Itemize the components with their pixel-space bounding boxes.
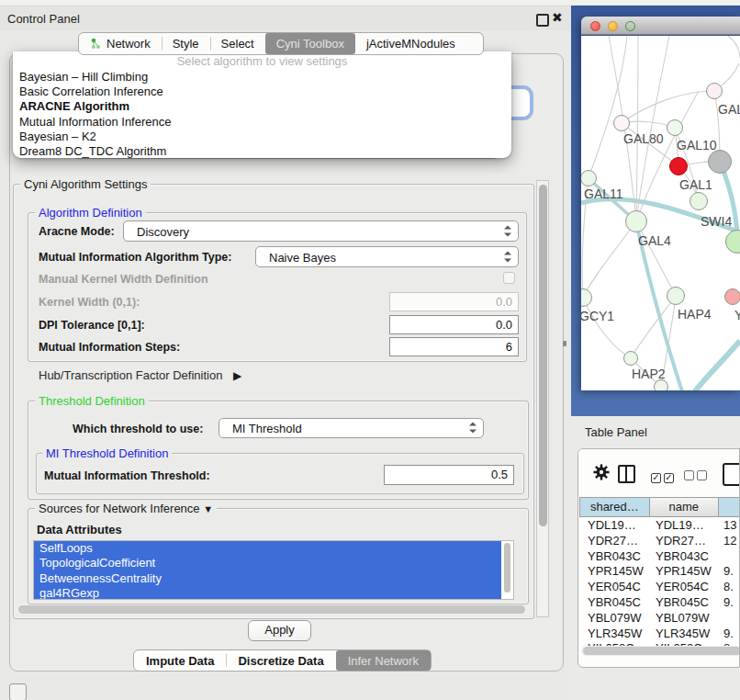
minimize-traffic-icon[interactable] bbox=[608, 21, 618, 31]
table-row[interactable]: YDR27…YDR27…12 bbox=[579, 534, 740, 549]
algorithm-option[interactable]: Bayesian – Hill Climbing bbox=[19, 70, 508, 85]
list-item[interactable]: TopologicalCoefficient bbox=[34, 556, 501, 570]
network-window-titlebar[interactable] bbox=[581, 17, 740, 35]
list-vscroll-thumb[interactable] bbox=[504, 543, 510, 593]
algorithm-option[interactable]: Mutual Information Inference bbox=[19, 115, 508, 130]
tab-style[interactable]: Style bbox=[162, 33, 210, 54]
expand-right-icon[interactable]: ▶ bbox=[233, 369, 241, 382]
list-item[interactable]: BetweennessCentrality bbox=[34, 571, 501, 586]
algorithm-option[interactable]: Dream8 DC_TDC Algorithm bbox=[19, 144, 508, 159]
node-label: GAL1 bbox=[679, 177, 712, 192]
panel-divider-gripper[interactable] bbox=[563, 341, 566, 346]
show-columns-icon[interactable]: ✓✓ bbox=[651, 468, 677, 484]
table-row[interactable]: YBR043CYBR043C bbox=[579, 549, 740, 565]
network-node[interactable] bbox=[690, 192, 708, 210]
network-node[interactable] bbox=[708, 150, 732, 174]
table-row[interactable]: YBR045CYBR045C9. bbox=[579, 595, 740, 611]
network-node[interactable] bbox=[667, 287, 685, 305]
hide-columns-icon[interactable] bbox=[684, 468, 710, 484]
new-table-icon[interactable] bbox=[723, 463, 740, 486]
table-hscroll-thumb[interactable] bbox=[583, 647, 740, 655]
node-label: HAP4 bbox=[678, 307, 712, 322]
settings-horizontal-scrollbar[interactable] bbox=[15, 604, 533, 615]
list-item[interactable]: gal4RGexp bbox=[34, 586, 501, 600]
mi-algorithm-type-label: Mutual Information Algorithm Type: bbox=[39, 251, 231, 264]
zoom-traffic-icon[interactable] bbox=[625, 21, 635, 31]
tab-impute-data[interactable]: Impute Data bbox=[134, 650, 226, 671]
table-cell bbox=[720, 549, 740, 565]
hub-section-row[interactable]: Hub/Transcription Factor Definition ▶ bbox=[39, 368, 241, 382]
table-panel-title: Table Panel bbox=[585, 425, 647, 439]
tab-discretize-data[interactable]: Discretize Data bbox=[226, 650, 335, 671]
tab-impute-data-label: Impute Data bbox=[146, 654, 214, 668]
tab-select[interactable]: Select bbox=[210, 33, 265, 54]
settings-hscroll-thumb[interactable] bbox=[18, 605, 525, 614]
list-vertical-scrollbar[interactable] bbox=[503, 543, 511, 594]
network-node[interactable] bbox=[623, 351, 638, 366]
algorithm-option[interactable]: Bayesian – K2 bbox=[19, 130, 508, 144]
table-cell: YLR345W bbox=[579, 627, 650, 642]
table-cell: 9. bbox=[720, 627, 740, 642]
network-node[interactable] bbox=[625, 210, 647, 232]
tab-infer-network-label: Infer Network bbox=[348, 654, 419, 668]
network-node[interactable] bbox=[706, 83, 723, 99]
column-header-partial[interactable] bbox=[719, 497, 740, 517]
table-row[interactable]: YDL19…YDL19…13 bbox=[579, 518, 740, 534]
column-header-name[interactable]: name bbox=[650, 497, 720, 517]
dpi-tolerance-input[interactable]: 0.0 bbox=[389, 315, 519, 334]
table-row[interactable]: YBL079WYBL079W bbox=[579, 611, 740, 627]
list-item[interactable]: SelfLoops bbox=[34, 541, 501, 556]
algorithm-option-selected[interactable]: ARACNE Algorithm bbox=[19, 99, 508, 114]
settings-vertical-scrollbar[interactable] bbox=[536, 180, 549, 617]
sources-group-title: Sources for Network Inference ▼ bbox=[35, 502, 217, 515]
manual-kernel-width-checkbox[interactable] bbox=[503, 272, 515, 284]
table-header: shared… name bbox=[579, 497, 740, 517]
close-traffic-icon[interactable] bbox=[590, 21, 600, 31]
node-label: GAL4 bbox=[638, 233, 671, 248]
table-cell: YBL079W bbox=[650, 611, 720, 627]
mi-threshold-input[interactable]: 0.5 bbox=[384, 465, 514, 485]
sources-title-text: Sources for Network Inference bbox=[39, 502, 200, 515]
tab-style-label: Style bbox=[173, 37, 199, 51]
tab-infer-network[interactable]: Infer Network bbox=[336, 650, 431, 671]
combo-spinner-icon bbox=[504, 225, 511, 237]
collapse-down-icon[interactable]: ▼ bbox=[203, 503, 213, 514]
apply-button[interactable]: Apply bbox=[248, 620, 311, 641]
table-row[interactable]: YPR145WYPR145W9. bbox=[579, 564, 740, 580]
column-header-shared-name[interactable]: shared… bbox=[579, 497, 650, 517]
which-threshold-label: Which threshold to use: bbox=[73, 423, 203, 435]
which-threshold-combobox[interactable]: MI Threshold bbox=[219, 418, 484, 438]
table-row[interactable]: YLR345WYLR345W9. bbox=[579, 627, 740, 642]
table-row[interactable]: YER054CYER054C8. bbox=[579, 580, 740, 595]
mi-algorithm-type-combobox[interactable]: Naive Bayes bbox=[255, 246, 519, 267]
network-node[interactable] bbox=[613, 115, 630, 131]
network-node[interactable] bbox=[724, 288, 740, 305]
algorithm-option[interactable]: Basic Correlation Inference bbox=[19, 85, 508, 99]
network-window[interactable]: GALGAL80GAL10GAL1GAL11SWI4GAL4GCY1HAP4YH… bbox=[581, 17, 740, 390]
network-canvas[interactable]: GALGAL80GAL10GAL1GAL11SWI4GAL4GCY1HAP4YH… bbox=[581, 36, 740, 390]
kernel-width-input[interactable]: 0.0 bbox=[389, 292, 519, 311]
mi-steps-input[interactable]: 6 bbox=[389, 337, 519, 356]
node-label: GCY1 bbox=[581, 309, 614, 323]
close-icon[interactable]: ✖ bbox=[552, 10, 563, 25]
columns-icon[interactable] bbox=[618, 465, 635, 483]
tab-jactivemnodules[interactable]: jActiveMNodules bbox=[355, 33, 466, 54]
tab-cyni-toolbox-label: Cyni Toolbox bbox=[276, 37, 344, 51]
table-cell: YBR043C bbox=[650, 549, 720, 565]
settings-vscroll-thumb[interactable] bbox=[539, 185, 547, 526]
table-horizontal-scrollbar[interactable] bbox=[581, 646, 740, 656]
network-node[interactable] bbox=[669, 157, 688, 175]
node-label: GAL10 bbox=[677, 138, 717, 152]
table-cell: YBR045C bbox=[650, 595, 720, 611]
gear-icon[interactable] bbox=[593, 464, 610, 480]
data-attributes-list[interactable]: SelfLoops TopologicalCoefficient Between… bbox=[33, 540, 514, 600]
tab-network[interactable]: Network bbox=[79, 33, 162, 54]
minimized-panel-icon[interactable] bbox=[9, 683, 27, 700]
tab-cyni-toolbox[interactable]: Cyni Toolbox bbox=[265, 33, 355, 54]
tab-discretize-data-label: Discretize Data bbox=[238, 654, 323, 668]
float-window-icon[interactable] bbox=[536, 14, 549, 27]
dropdown-placeholder: Select algorithm to view settings bbox=[13, 54, 511, 68]
network-node[interactable] bbox=[667, 119, 683, 136]
combo-spinner-icon bbox=[504, 251, 511, 263]
aracne-mode-combobox[interactable]: Discovery bbox=[123, 220, 519, 242]
